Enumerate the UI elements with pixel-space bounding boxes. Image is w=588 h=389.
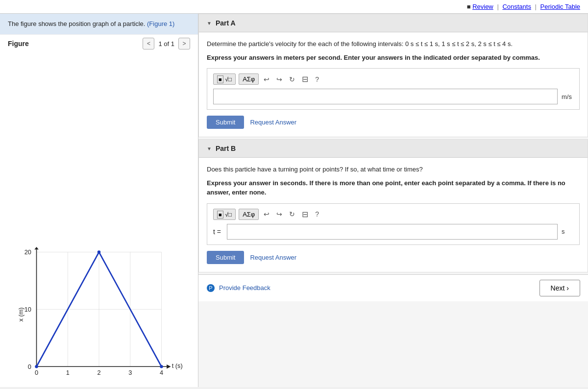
- part-b-toolbar: ■ √□ AΣφ ↩ ↪ ↻ ⊟ ?: [213, 209, 573, 220]
- part-b-action-row: Submit Request Answer: [207, 251, 580, 264]
- svg-text:P: P: [209, 285, 212, 291]
- part-a-submit-btn[interactable]: Submit: [207, 116, 244, 129]
- part-a-math-btn[interactable]: ■ √□: [213, 73, 236, 85]
- svg-point-22: [35, 365, 38, 368]
- part-a-help-icon[interactable]: ?: [313, 74, 321, 84]
- part-b-header: ▼ Part B: [199, 140, 588, 158]
- caption-text: The figure shows the position graph of a…: [8, 20, 145, 27]
- figure-area: 0 10 20 0 1 2 3 4 x (m) t (s): [0, 52, 198, 387]
- svg-point-23: [98, 250, 100, 253]
- part-b-refresh-icon[interactable]: ↻: [287, 209, 297, 219]
- top-bar: ■ Review | Constants | Periodic Table: [0, 0, 588, 14]
- feedback-icon: P: [206, 284, 215, 292]
- part-b-input[interactable]: [227, 224, 558, 240]
- part-a-description: Determine the particle's velocity for th…: [207, 39, 580, 49]
- part-a-unit: m/s: [562, 93, 573, 100]
- svg-text:x (m): x (m): [17, 307, 24, 321]
- part-b-content: Does this particle have a turning point …: [199, 158, 588, 272]
- figure-prev-btn[interactable]: <: [143, 38, 154, 49]
- figure-next-btn[interactable]: >: [178, 38, 190, 49]
- part-a-input[interactable]: [213, 89, 558, 104]
- part-a-keyboard-icon[interactable]: ⊟: [300, 73, 310, 85]
- part-b-math-btn[interactable]: ■ √□: [213, 209, 236, 220]
- part-b-description: Does this particle have a turning point …: [207, 165, 580, 174]
- part-b-request-link[interactable]: Request Answer: [250, 254, 296, 261]
- svg-marker-10: [167, 365, 171, 369]
- figure-caption: The figure shows the position graph of a…: [0, 14, 198, 34]
- next-arrow: ›: [566, 284, 569, 292]
- part-a-toolbar: ■ √□ AΣφ ↩ ↪ ↻ ⊟ ?: [213, 73, 573, 85]
- part-a-header: ▼ Part A: [199, 14, 588, 32]
- bottom-bar: P Provide Feedback Next ›: [198, 274, 588, 301]
- part-b-help-icon[interactable]: ?: [313, 209, 321, 219]
- left-panel: The figure shows the position graph of a…: [0, 14, 198, 387]
- part-b-keyboard-icon[interactable]: ⊟: [300, 209, 310, 220]
- svg-text:1: 1: [66, 369, 70, 376]
- part-b-answer-box: ■ √□ AΣφ ↩ ↪ ↻ ⊟ ? t = s: [207, 203, 580, 245]
- svg-text:20: 20: [24, 248, 31, 256]
- svg-text:10: 10: [24, 306, 31, 313]
- svg-marker-11: [34, 247, 39, 249]
- part-b-instruction: Express your answer in seconds. If there…: [207, 178, 580, 197]
- part-b-triangle: ▼: [207, 146, 212, 151]
- part-b-undo-icon[interactable]: ↩: [262, 209, 271, 219]
- part-b-redo-icon[interactable]: ↪: [274, 209, 284, 219]
- graph-svg: 0 10 20 0 1 2 3 4 x (m) t (s): [16, 246, 182, 383]
- part-a-redo-icon[interactable]: ↪: [274, 74, 284, 84]
- next-label: Next: [551, 284, 565, 292]
- part-a-label: Part A: [216, 19, 236, 27]
- periodic-table-link[interactable]: Periodic Table: [540, 3, 580, 10]
- part-a-request-link[interactable]: Request Answer: [250, 119, 296, 126]
- part-b-submit-btn[interactable]: Submit: [207, 251, 244, 264]
- part-a-undo-icon[interactable]: ↩: [262, 74, 271, 84]
- svg-text:3: 3: [128, 369, 132, 376]
- part-b-section: ▼ Part B Does this particle have a turni…: [198, 139, 588, 272]
- figure-nav-label: 1 of 1: [158, 40, 174, 48]
- sep1: |: [497, 3, 498, 10]
- part-a-content: Determine the particle's velocity for th…: [199, 32, 588, 137]
- part-b-label: Part B: [216, 145, 236, 152]
- svg-text:4: 4: [160, 369, 163, 376]
- part-a-refresh-icon[interactable]: ↻: [287, 74, 297, 84]
- figure-label: Figure: [8, 40, 29, 48]
- main-layout: The figure shows the position graph of a…: [0, 14, 588, 387]
- review-link[interactable]: Review: [472, 3, 493, 10]
- svg-text:0: 0: [28, 363, 31, 370]
- part-a-answer-box: ■ √□ AΣφ ↩ ↪ ↻ ⊟ ? m/s: [207, 68, 580, 110]
- part-b-unit: s: [562, 228, 573, 235]
- part-b-input-row: t = s: [213, 224, 573, 240]
- svg-point-24: [160, 365, 163, 368]
- svg-text:0: 0: [35, 369, 38, 376]
- figure-link[interactable]: (Figure 1): [147, 20, 174, 27]
- sep2: |: [535, 3, 537, 10]
- graph-container: 0 10 20 0 1 2 3 4 x (m) t (s): [16, 246, 182, 383]
- svg-text:t (s): t (s): [172, 362, 182, 369]
- provide-feedback-link[interactable]: Provide Feedback: [219, 284, 270, 292]
- part-a-action-row: Submit Request Answer: [207, 116, 580, 129]
- next-button[interactable]: Next ›: [539, 280, 580, 296]
- constants-link[interactable]: Constants: [502, 3, 531, 10]
- part-a-section: ▼ Part A Determine the particle's veloci…: [198, 14, 588, 137]
- part-b-greek-btn[interactable]: AΣφ: [239, 209, 259, 220]
- review-icon: ■: [467, 3, 471, 10]
- right-panel: ▼ Part A Determine the particle's veloci…: [198, 14, 588, 387]
- svg-text:2: 2: [97, 369, 100, 376]
- part-a-input-row: m/s: [213, 89, 573, 104]
- figure-nav: Figure < 1 of 1 >: [0, 34, 198, 52]
- part-a-greek-btn[interactable]: AΣφ: [239, 73, 259, 85]
- part-b-t-equals: t =: [213, 228, 221, 236]
- part-a-triangle: ▼: [207, 21, 212, 26]
- part-a-instruction: Express your answers in meters per secon…: [207, 53, 580, 63]
